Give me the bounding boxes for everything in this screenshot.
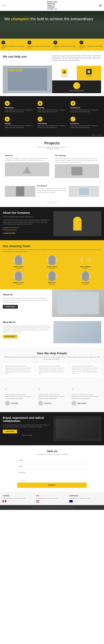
service-text: Lorem. Click is open for the text box. C… — [38, 125, 66, 128]
join-form: SUBMIT — [17, 458, 87, 488]
brand-img-credit: Image from Freepik — [3, 434, 51, 436]
projects-quote: "You can do anything you set your mind t… — [3, 146, 101, 150]
hamburger-menu[interactable] — [99, 5, 102, 6]
about-company-title: About Our Company — [3, 211, 51, 214]
testimonial-author-1: Paul Smith — [5, 401, 32, 406]
service-title: Social Media — [38, 123, 66, 124]
nav-about-us[interactable]: ABOUT US — [47, 5, 57, 6]
content-right: STRATEGY GOALS Sample Text placeholder — [52, 66, 101, 93]
hero-section: We champion the bold to achieve the extr… — [0, 11, 104, 39]
testimonial-author-2: Sara Perry — [38, 401, 66, 406]
join-section: Join us Any questions or remarks? Just w… — [0, 445, 104, 492]
footer-bottom: Copyright 2022 Studio Web. All Rights Re… — [0, 505, 104, 510]
projects-title: Projects — [3, 141, 101, 146]
about-company-left: About Our Company Lorem ipsum dolor sit … — [3, 211, 51, 236]
service-title: Strategy — [5, 123, 34, 124]
brand-image — [53, 416, 101, 441]
join-submit-button[interactable]: SUBMIT — [17, 482, 87, 488]
project-image-2 — [55, 164, 99, 178]
testimonial-3: “ Lorem ipsum dolor sit amet consectetur… — [69, 385, 101, 408]
wwd-right — [53, 321, 101, 343]
wwd-title: What We Do — [3, 321, 51, 324]
about-us-more-button[interactable]: SHOW MORE — [3, 305, 18, 309]
nav-services[interactable]: SERVICES — [47, 3, 57, 4]
team-member-5: Paul Perry Developer — [36, 271, 68, 285]
team-member-4: Damon Larsen Designer — [3, 271, 34, 285]
team-description: Arma virumque cano Troiae qui primus ab … — [3, 249, 101, 252]
testimonial-avatar-3 — [72, 401, 76, 406]
strategy-label: STRATEGY — [61, 76, 68, 77]
dark-bottom-credit: Image by Freepik — [0, 133, 104, 137]
service-title: Branding — [38, 107, 66, 108]
content-bottom-cell: Sample Text placeholder — [52, 80, 101, 93]
banner-item-1: ✎ Click again or double-click to start w… — [0, 39, 26, 51]
team-name-1: Adam Jensen — [14, 266, 24, 268]
team-avatar-1 — [14, 255, 23, 265]
team-name-5: Paul Perry — [48, 282, 56, 284]
service-ecommerce: 🛒 Ecommerce Lorem. Click is open for the… — [68, 115, 101, 130]
team-avatar-2 — [47, 255, 57, 265]
office-australia: AUSTRALIA 108 Lonsdale St, Melbourne, VI… — [69, 495, 101, 502]
testimonial-author-3: Marty Hudson — [72, 401, 99, 406]
join-title: Join us — [3, 450, 101, 453]
about-us-title: About Us — [3, 294, 49, 296]
project-card-about: About Us Good content is everything. In … — [3, 152, 51, 182]
brand-learn-more-button[interactable]: LEARN MORE — [3, 430, 17, 434]
team-avatar-5 — [47, 271, 57, 281]
nav-work-cases[interactable]: WORK CASES — [47, 1, 57, 3]
about-us-image — [52, 289, 104, 317]
feature-2: Multi-language Support — [3, 229, 51, 231]
goals-cell: GOALS — [77, 66, 101, 80]
wwd-read-more-button[interactable]: READ MORE — [3, 335, 18, 338]
banner-item-2: ✎ Click again or double-click to start w… — [26, 39, 52, 51]
wwd-text: While we were not the first home cleanin… — [3, 325, 51, 333]
footer-copyright: Copyright 2022 Studio Web. All Rights Re… — [3, 507, 101, 508]
service-title: Development — [70, 107, 99, 108]
yellow-banner: ✎ Click again or double-click to start w… — [0, 39, 104, 51]
team-role-4: Designer — [16, 284, 21, 285]
logo: logo — [2, 4, 6, 6]
nav-contact-us[interactable]: CONTACT US — [47, 8, 57, 10]
service-text: Lorem. Click is open for the text box. C… — [70, 125, 99, 128]
about-company-section: About Our Company Lorem ipsum dolor sit … — [0, 207, 104, 240]
help-text: Sample Text. Sample Text. CLICK TO SELEC… — [52, 55, 101, 62]
project-card-strategy: Our Strategy Sometimes the hardest part … — [53, 152, 101, 182]
service-development: ⚙ Development Lorem. Click is open for t… — [68, 99, 101, 114]
about-bottom-section: About Us While we were not the first hom… — [0, 289, 104, 317]
office-country-1: CANADA — [3, 495, 35, 496]
team-name-2: Linda Larsen — [47, 266, 57, 268]
strategy-cell: STRATEGY — [52, 66, 77, 80]
nav-links: WORK CASES SERVICES ABOUT US CAREERS CON… — [47, 1, 57, 10]
help-card-1: Lorem ipsum dolor sit amet consectetur a… — [3, 363, 35, 377]
join-name-input[interactable] — [17, 458, 87, 462]
team-grid: Adam Jensen Consultant Linda Larsen Cons… — [3, 255, 101, 285]
how-help-subtitle: Elegantia et gravitate. Quid ergo hoc lo… — [3, 356, 101, 360]
content-left: CONTENT — [3, 66, 52, 93]
office-address-1: 110 Bremner Blvd, Toronto, ON M5V 0B3 — [3, 497, 35, 499]
team-member-3: Marry Hudson Designer — [70, 255, 101, 269]
how-help-section: How We Help People Elegantia et gravitat… — [0, 348, 104, 385]
services-section: ◈ Web Design Lorem. Click is open for th… — [0, 96, 104, 133]
project-card-mission: Our Mission Good content is everything. … — [3, 183, 101, 200]
testimonial-avatar-2 — [38, 401, 43, 406]
nav-careers[interactable]: CAREERS — [47, 6, 57, 8]
hero-title: We champion the bold to achieve the extr… — [4, 16, 100, 22]
wwd-image — [53, 321, 101, 343]
service-text: Lorem. Click is open for the text box. C… — [38, 109, 66, 112]
help-section: We can help you Sample Text. Sample Text… — [0, 51, 104, 66]
team-member-2: Linda Larsen Consultant — [36, 255, 68, 269]
brand-text: Ut enim ad minim veniam quis nostrud exe… — [3, 424, 51, 428]
svg-marker-0 — [63, 70, 66, 73]
office-address-2: 405 Lexington Ave, New York, NY 10174 — [36, 497, 68, 499]
quote-mark-1: “ — [5, 388, 32, 393]
join-email-input[interactable] — [17, 464, 87, 469]
service-strategy: ★ Strategy Lorem. Click is open for the … — [3, 115, 36, 130]
about-us-left: About Us While we were not the first hom… — [0, 289, 52, 317]
office-country-3: AUSTRALIA — [69, 495, 101, 496]
team-member-1: Adam Jensen Consultant — [3, 255, 34, 269]
about-company-image — [53, 211, 101, 236]
join-message-input[interactable] — [17, 470, 87, 481]
testimonial-avatar-1 — [5, 401, 10, 406]
office-canada: CANADA 110 Bremner Blvd, Toronto, ON M5V… — [3, 495, 35, 502]
team-name-3: Marry Hudson — [80, 266, 91, 268]
